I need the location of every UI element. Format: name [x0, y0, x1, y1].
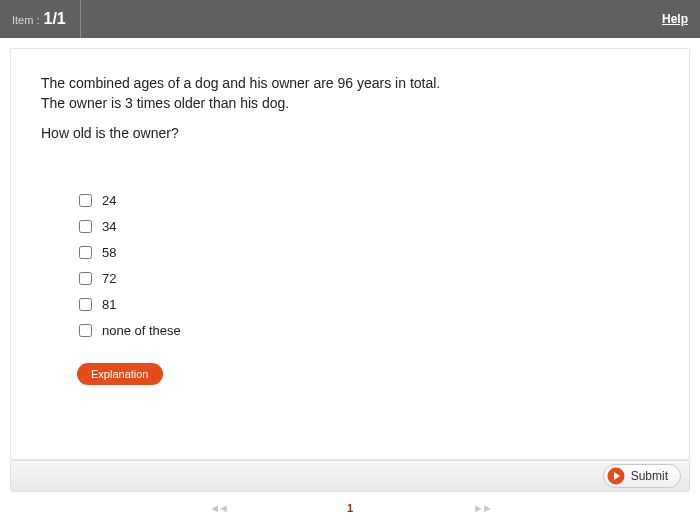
question-prompt: How old is the owner? — [41, 125, 659, 141]
pager: ◄◄ 1 ►► — [0, 498, 700, 518]
option-row[interactable]: 24 — [79, 187, 659, 213]
question-line-2: The owner is 3 times older than his dog. — [41, 95, 659, 111]
play-icon — [607, 467, 625, 485]
option-checkbox[interactable] — [79, 298, 92, 311]
submit-label: Submit — [631, 469, 668, 483]
option-label: 81 — [102, 297, 116, 312]
item-count: 1/1 — [44, 0, 66, 38]
option-label: 24 — [102, 193, 116, 208]
footer-bar: Submit — [10, 460, 690, 492]
header-bar: Item : 1/1 Help — [0, 0, 700, 38]
pager-next[interactable]: ►► — [473, 502, 491, 514]
option-row[interactable]: 81 — [79, 291, 659, 317]
submit-button[interactable]: Submit — [603, 464, 681, 488]
option-checkbox[interactable] — [79, 194, 92, 207]
option-row[interactable]: 58 — [79, 239, 659, 265]
pager-prev[interactable]: ◄◄ — [209, 502, 227, 514]
question-card: The combined ages of a dog and his owner… — [10, 48, 690, 460]
option-row[interactable]: 72 — [79, 265, 659, 291]
option-checkbox[interactable] — [79, 220, 92, 233]
options-list: 24 34 58 72 81 none of these — [79, 187, 659, 343]
option-row[interactable]: none of these — [79, 317, 659, 343]
question-line-1: The combined ages of a dog and his owner… — [41, 75, 659, 91]
question-text: The combined ages of a dog and his owner… — [41, 75, 659, 141]
option-label: 58 — [102, 245, 116, 260]
item-label: Item : — [12, 1, 40, 39]
pager-page[interactable]: 1 — [347, 502, 353, 514]
option-checkbox[interactable] — [79, 324, 92, 337]
help-link[interactable]: Help — [662, 12, 688, 26]
option-label: 34 — [102, 219, 116, 234]
app-frame: Item : 1/1 Help The combined ages of a d… — [0, 0, 700, 520]
option-row[interactable]: 34 — [79, 213, 659, 239]
option-checkbox[interactable] — [79, 246, 92, 259]
option-checkbox[interactable] — [79, 272, 92, 285]
option-label: 72 — [102, 271, 116, 286]
explanation-button[interactable]: Explanation — [77, 363, 163, 385]
option-label: none of these — [102, 323, 181, 338]
item-indicator: Item : 1/1 — [12, 0, 81, 38]
